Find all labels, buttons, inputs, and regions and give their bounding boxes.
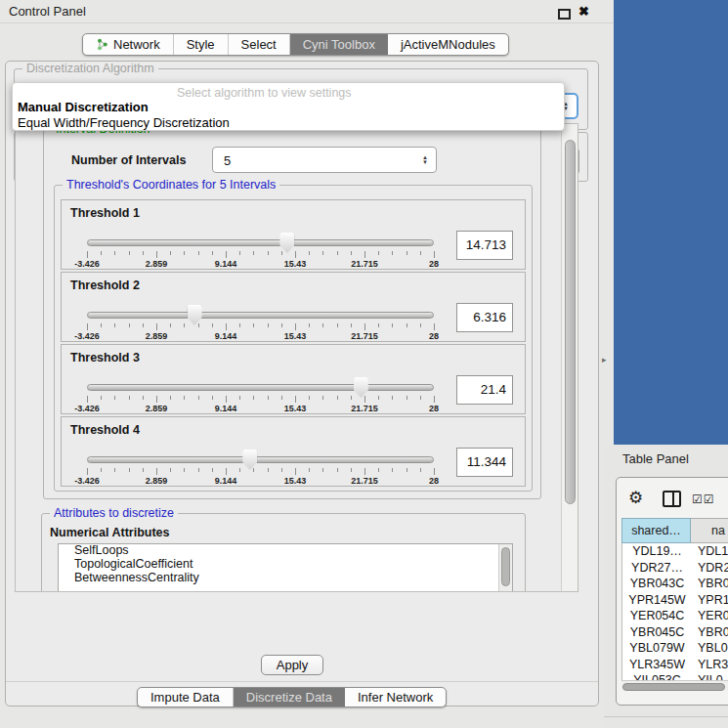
column-header-1[interactable]: shared… xyxy=(621,518,691,543)
threshold-value-field[interactable]: 11.344 xyxy=(456,448,513,477)
attribute-item-topologicalcoefficient[interactable]: TopologicalCoefficient xyxy=(59,558,512,572)
control-panel-window: Control Panel ✖ NetworkStyleSelectCyni T… xyxy=(0,0,614,728)
slider-tick xyxy=(268,323,269,327)
attribute-item-selfloops[interactable]: SelfLoops xyxy=(59,544,512,558)
slider-tick xyxy=(268,468,269,472)
slider-tick xyxy=(143,396,144,400)
threshold-slider-track[interactable] xyxy=(87,384,434,391)
settings-scroll-pane: Interval Definition Number of Intervals … xyxy=(15,123,578,592)
settings-scrollbar[interactable] xyxy=(561,124,578,591)
threshold-panel-3: Threshold 3-3.4262.8599.14415.4321.71528… xyxy=(61,344,526,414)
tab-select[interactable]: Select xyxy=(229,34,290,55)
slider-tick xyxy=(253,251,254,255)
slider-tick xyxy=(364,396,365,403)
tab-label: Infer Network xyxy=(358,690,433,705)
table-row[interactable]: YLR345WYLR3 xyxy=(622,657,728,673)
threshold-value-field[interactable]: 21.4 xyxy=(456,375,513,405)
table-cell: YBR045C xyxy=(622,624,692,641)
table-row[interactable]: YBL079WYBL0 xyxy=(622,640,728,657)
threshold-slider-thumb[interactable] xyxy=(188,305,202,325)
slider-tick-label: 2.859 xyxy=(146,476,168,486)
table-rows: YDL19…YDL1YDR27…YDR2YBR043CYBR0YPR145WYP… xyxy=(621,543,728,680)
column-header-2[interactable]: na xyxy=(691,518,728,543)
table-horizontal-scrollbar[interactable] xyxy=(621,680,728,691)
number-of-intervals-combo[interactable]: 5 ▲▼ xyxy=(212,147,437,173)
table-row[interactable]: YDR27…YDR2 xyxy=(622,560,728,577)
table-panel-divider xyxy=(604,716,728,717)
threshold-slider-track[interactable] xyxy=(87,312,434,319)
slider-tick xyxy=(351,396,352,400)
threshold-value-field[interactable]: 6.316 xyxy=(456,303,513,332)
slider-tick-label: 9.144 xyxy=(215,404,237,413)
threshold-slider-track[interactable] xyxy=(87,239,434,246)
threshold-slider-thumb[interactable] xyxy=(279,233,294,253)
tab-style[interactable]: Style xyxy=(174,34,229,55)
slider-tick xyxy=(295,468,296,475)
slider-tick-label: 28 xyxy=(429,476,439,486)
tab-impute-data[interactable]: Impute Data xyxy=(138,688,234,707)
slider-tick xyxy=(322,468,323,472)
slider-tick xyxy=(253,468,254,472)
slider-tick xyxy=(156,468,157,475)
tab-network[interactable]: Network xyxy=(83,34,174,55)
slider-tick xyxy=(392,251,393,255)
slider-tick xyxy=(114,251,115,255)
settings-scrollbar-thumb[interactable] xyxy=(565,140,576,504)
threshold-panel-1: Threshold 1-3.4262.8599.14415.4321.71528… xyxy=(61,199,526,270)
splitter-collapse-icon[interactable]: ▸ xyxy=(602,355,607,364)
slider-tick xyxy=(378,323,379,327)
threshold-value-field[interactable]: 14.713 xyxy=(456,231,513,260)
slider-tick xyxy=(226,396,227,403)
slider-tick xyxy=(309,468,310,472)
close-window-icon[interactable]: ✖ xyxy=(578,4,589,19)
algorithm-option-2[interactable]: Equal Width/Frequency Discretization xyxy=(18,115,230,130)
slider-tick xyxy=(337,323,338,327)
algorithm-option-1[interactable]: Manual Discretization xyxy=(18,100,149,114)
slider-tick xyxy=(101,251,102,255)
attributes-list-scrollbar[interactable] xyxy=(498,544,512,592)
slider-tick-label: 15.43 xyxy=(284,404,307,413)
slider-tick xyxy=(351,468,352,472)
slider-tick xyxy=(184,323,185,327)
tab-infer-network[interactable]: Infer Network xyxy=(345,688,446,707)
table-cell: YIL0 xyxy=(692,672,728,680)
tab-jactivemnodules[interactable]: jActiveMNodules xyxy=(388,34,508,55)
table-row[interactable]: YER054CYER0 xyxy=(622,608,728,624)
slider-tick-label: 9.144 xyxy=(215,476,237,486)
table-cell: YBL0 xyxy=(692,640,728,657)
slider-tick xyxy=(322,251,323,255)
control-panel-title: Control Panel xyxy=(9,4,86,19)
slider-tick-label: 21.715 xyxy=(351,331,378,341)
table-scrollbar-thumb[interactable] xyxy=(622,683,725,691)
slider-tick xyxy=(143,468,144,472)
threshold-slider-track[interactable] xyxy=(87,456,434,463)
table-row[interactable]: YBR043CYBR0 xyxy=(622,576,728,592)
float-window-icon[interactable] xyxy=(558,9,571,20)
table-row[interactable]: YPR145WYPR1 xyxy=(622,592,728,609)
table-cell: YBR0 xyxy=(692,624,728,641)
tab-discretize-data[interactable]: Discretize Data xyxy=(234,688,345,707)
table-row[interactable]: YIL053CYIL0 xyxy=(622,672,728,680)
table-row[interactable]: YBR045CYBR0 xyxy=(622,624,728,641)
tab-label: Style xyxy=(187,37,215,52)
threshold-slider-thumb[interactable] xyxy=(354,377,368,398)
tab-label: Impute Data xyxy=(150,690,220,705)
slider-tick xyxy=(434,323,435,330)
attributes-group: Attributes to discretize Numerical Attri… xyxy=(41,513,526,592)
apply-button[interactable]: Apply xyxy=(261,655,323,675)
table-row[interactable]: YDL19…YDL1 xyxy=(622,543,728,560)
threshold-slider-thumb[interactable] xyxy=(242,450,257,470)
table-settings-gear-icon[interactable]: ⚙ xyxy=(628,488,643,508)
table-cell: YER0 xyxy=(692,608,728,624)
slider-tick xyxy=(212,468,213,472)
attribute-item-betweennesscentrality[interactable]: BetweennessCentrality xyxy=(59,572,512,585)
attributes-scrollbar-thumb[interactable] xyxy=(501,547,510,586)
column-layout-icon[interactable] xyxy=(663,491,681,507)
tab-cyni-toolbox[interactable]: Cyni Toolbox xyxy=(290,34,388,55)
table-cell: YPR145W xyxy=(622,592,692,609)
select-columns-checkboxes-icon[interactable]: ☑☑ xyxy=(692,492,715,506)
slider-tick xyxy=(420,251,421,255)
table-cell: YDL19… xyxy=(622,543,692,560)
combo-arrows-icon: ▲▼ xyxy=(422,155,428,165)
table-header-row: shared…na xyxy=(621,518,728,543)
